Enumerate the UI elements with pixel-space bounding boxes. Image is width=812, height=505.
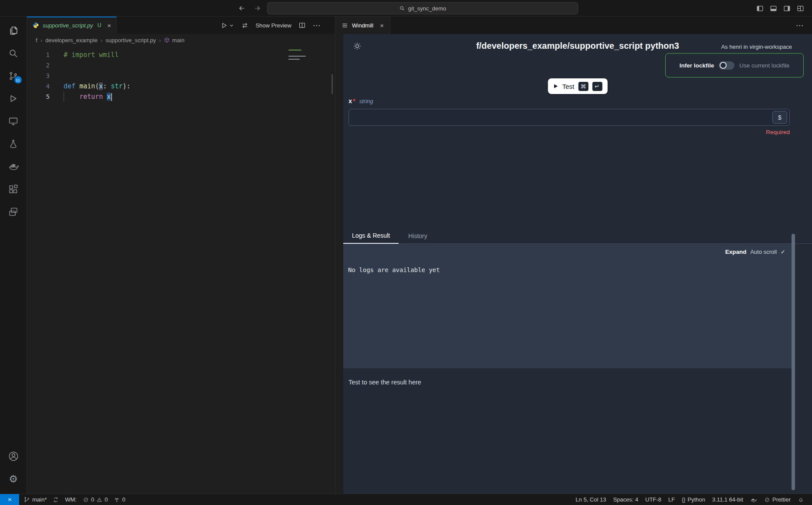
result-tabs: Logs & Result History <box>343 228 812 244</box>
windmill-status[interactable]: WM: <box>62 494 79 505</box>
list-icon <box>342 22 348 29</box>
language-status[interactable]: {} Python <box>679 494 708 505</box>
expand-button[interactable]: Expand <box>725 249 747 255</box>
customize-layout-icon[interactable] <box>797 5 804 12</box>
settings-gear-icon[interactable]: ⚙ <box>0 468 27 490</box>
activity-bar: 11 <box>0 17 27 494</box>
toggle-panel-icon[interactable] <box>770 5 777 12</box>
result-hint: Test to see the result here <box>348 379 421 386</box>
json-toggle-button[interactable]: $ <box>772 111 787 124</box>
sync-icon[interactable] <box>50 494 61 505</box>
tab-windmill[interactable]: Windmill × <box>335 17 390 34</box>
lockfile-box: Infer lockfile Use current lockfile <box>665 53 804 77</box>
arg-label-row: x* string <box>348 98 373 104</box>
open-changes-icon[interactable] <box>241 21 249 29</box>
tab-history[interactable]: History <box>406 232 430 243</box>
search-view-icon[interactable] <box>0 42 27 64</box>
editor-scrollbar[interactable] <box>332 74 333 94</box>
arg-x-input[interactable] <box>349 109 789 125</box>
docker-status-icon[interactable] <box>748 494 760 505</box>
check-icon: ✓ <box>781 249 785 255</box>
play-icon <box>553 84 558 89</box>
windmill-tab-bar: Windmill × ⋯ <box>335 17 812 34</box>
tab-label: supportive_script.py <box>43 22 93 29</box>
tab-supportive-script[interactable]: supportive_script.py U × <box>27 17 117 34</box>
live-preview-icon[interactable] <box>0 200 27 223</box>
no-logs-message: No logs are available yet <box>348 266 440 273</box>
workspace-context: As henri in virgin-workspace <box>721 44 792 50</box>
required-star: * <box>353 98 355 104</box>
remote-explorer-icon[interactable] <box>0 110 27 132</box>
explorer-icon[interactable] <box>0 19 27 42</box>
lockfile-toggle[interactable] <box>719 61 734 70</box>
editor-tab-bar: supportive_script.py U × <box>27 17 335 34</box>
python-version-status[interactable]: 3.11.1 64-bit <box>710 494 746 505</box>
breadcrumb-file[interactable]: supportive_script.py <box>105 37 156 44</box>
run-dropdown-chevron-icon[interactable] <box>229 23 234 28</box>
tab-close-icon[interactable]: × <box>107 22 111 29</box>
cmd-key-icon: ⌘ <box>578 82 588 91</box>
git-branch-status[interactable]: main* <box>21 494 49 505</box>
testing-icon[interactable] <box>0 132 27 155</box>
toggle-secondary-sidebar-icon[interactable] <box>783 5 791 12</box>
ports-status[interactable]: 0 <box>111 494 128 505</box>
test-button[interactable]: Test ⌘ ↵ <box>548 78 608 94</box>
webview-scrollbar[interactable] <box>792 234 795 490</box>
indentation-status[interactable]: Spaces: 4 <box>610 494 641 505</box>
more-actions-icon[interactable]: ⋯ <box>796 17 803 34</box>
tab-close-icon[interactable]: × <box>380 22 384 29</box>
account-icon[interactable] <box>0 445 27 468</box>
editor-actions: Show Preview ⋯ <box>220 17 335 34</box>
vscode-window: git_sync_demo <box>0 0 812 505</box>
infer-lockfile-label: Infer lockfile <box>680 62 714 69</box>
remote-indicator[interactable] <box>0 494 19 505</box>
source-control-icon[interactable]: 11 <box>0 64 27 87</box>
windmill-webview: f/developers_example/supportive_script p… <box>343 34 812 494</box>
arg-name: x <box>348 98 352 104</box>
code-editor[interactable]: 1# import wmill234def main(x: str):5 ret… <box>27 46 335 494</box>
toggle-sidebar-icon[interactable] <box>756 5 764 12</box>
run-file-icon[interactable] <box>220 22 228 29</box>
code-line[interactable]: 4def main(x: str): <box>27 81 335 91</box>
command-center[interactable]: git_sync_demo <box>267 2 578 14</box>
windmill-tab-label: Windmill <box>352 22 373 29</box>
autoscroll-label[interactable]: Auto scroll <box>750 249 777 255</box>
encoding-status[interactable]: UTF-8 <box>643 494 664 505</box>
toggle-knob <box>720 62 727 69</box>
text-cursor <box>111 93 112 101</box>
python-file-icon <box>32 22 39 29</box>
line-number: 5 <box>27 91 50 102</box>
run-debug-icon[interactable] <box>0 87 27 110</box>
chevron-right-icon: › <box>159 37 161 44</box>
line-number: 1 <box>27 50 50 60</box>
breadcrumb-symbol[interactable]: main <box>172 37 184 44</box>
code-line[interactable]: 5 return x <box>27 91 335 102</box>
logs-panel: Expand Auto scroll ✓ No logs are availab… <box>343 244 792 368</box>
braces-icon: {} <box>682 497 685 503</box>
minimap[interactable] <box>288 50 323 62</box>
chevron-right-icon: › <box>101 37 102 44</box>
arg-input-wrap: $ <box>348 109 790 126</box>
docker-icon[interactable] <box>0 155 27 178</box>
more-actions-icon[interactable]: ⋯ <box>313 21 320 30</box>
back-icon[interactable] <box>237 3 247 13</box>
untracked-flag: U <box>98 22 102 28</box>
notifications-bell-icon[interactable] <box>795 494 807 505</box>
forward-icon[interactable] <box>253 3 262 13</box>
show-preview-button[interactable]: Show Preview <box>256 22 291 29</box>
extensions-icon[interactable] <box>0 178 27 200</box>
breadcrumb-folder[interactable]: f <box>36 37 37 44</box>
eol-status[interactable]: LF <box>666 494 677 505</box>
code-line[interactable]: 3 <box>27 71 335 81</box>
command-center-text: git_sync_demo <box>408 5 446 12</box>
status-bar: main* WM: 0 0 0 Ln 5, Col 13 Spaces: 4 U… <box>0 494 812 505</box>
line-number: 3 <box>27 71 50 81</box>
cursor-position-status[interactable]: Ln 5, Col 13 <box>573 494 609 505</box>
split-editor-icon[interactable] <box>298 22 306 29</box>
prettier-status[interactable]: Prettier <box>761 494 793 505</box>
line-number: 2 <box>27 60 50 71</box>
tab-logs-result[interactable]: Logs & Result <box>343 232 399 244</box>
problems-status[interactable]: 0 0 <box>80 494 110 505</box>
breadcrumb[interactable]: f › developers_example › supportive_scri… <box>27 34 335 46</box>
breadcrumb-folder[interactable]: developers_example <box>45 37 98 44</box>
